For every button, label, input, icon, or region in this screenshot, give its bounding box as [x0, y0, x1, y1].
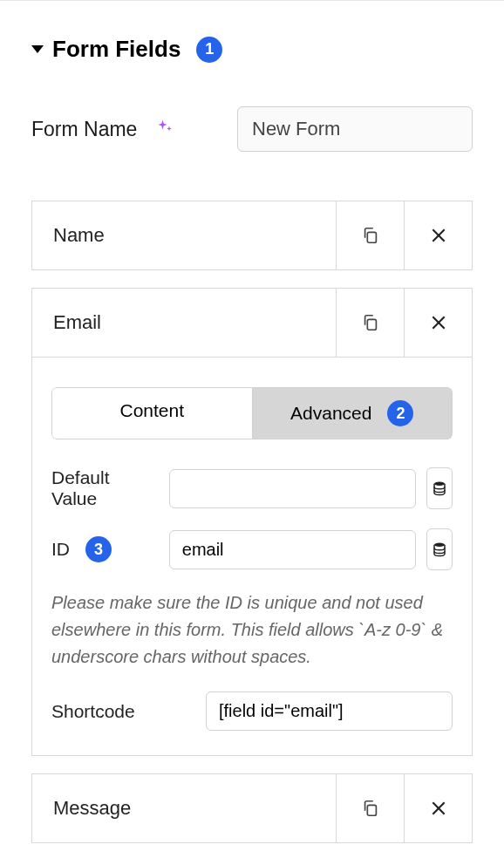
form-name-row: Form Name: [31, 106, 473, 152]
remove-button[interactable]: [404, 289, 472, 357]
field-expanded-body: Content Advanced 2 Default Value: [32, 357, 472, 755]
copy-button[interactable]: [336, 201, 404, 269]
tab-advanced[interactable]: Advanced 2: [253, 387, 453, 439]
close-icon: [430, 227, 447, 244]
id-label: ID 3: [51, 536, 159, 562]
svg-rect-3: [367, 319, 376, 330]
dynamic-tags-button[interactable]: [426, 528, 453, 570]
svg-rect-0: [367, 232, 376, 242]
field-label[interactable]: Message: [32, 774, 336, 842]
database-icon: [432, 480, 447, 496]
default-value-input[interactable]: [169, 469, 416, 508]
top-divider: [0, 0, 504, 1]
field-label[interactable]: Name: [32, 201, 336, 269]
copy-icon: [361, 313, 380, 332]
copy-button[interactable]: [336, 289, 404, 357]
copy-icon: [361, 226, 380, 245]
form-name-input[interactable]: [237, 106, 473, 152]
id-row: ID 3: [51, 528, 453, 570]
remove-button[interactable]: [404, 201, 472, 269]
svg-point-6: [434, 482, 445, 487]
id-label-text: ID: [51, 539, 70, 560]
dynamic-tags-button[interactable]: [426, 467, 453, 509]
id-input[interactable]: [169, 530, 416, 569]
database-icon: [432, 541, 447, 557]
svg-point-7: [434, 543, 445, 548]
annotation-badge-2: 2: [387, 400, 413, 426]
default-value-row: Default Value: [51, 467, 453, 509]
caret-down-icon: [31, 45, 44, 53]
tabs: Content Advanced 2: [51, 387, 453, 439]
id-hint-text: Please make sure the ID is unique and no…: [51, 589, 453, 671]
form-name-label: Form Name: [31, 118, 137, 141]
field-item-message: Message: [31, 773, 473, 843]
field-item-email: Email Content Advanced 2: [31, 288, 473, 756]
sparkle-icon[interactable]: [156, 119, 174, 140]
shortcode-input[interactable]: [206, 691, 453, 731]
close-icon: [430, 314, 447, 331]
field-item-name: Name: [31, 201, 473, 270]
default-value-label: Default Value: [51, 467, 159, 509]
annotation-badge-3: 3: [85, 536, 112, 562]
annotation-badge-1: 1: [196, 37, 222, 63]
section-title: Form Fields: [52, 36, 180, 63]
copy-button[interactable]: [336, 774, 404, 842]
svg-rect-8: [367, 805, 376, 815]
field-label[interactable]: Email: [32, 289, 336, 357]
close-icon: [430, 800, 447, 817]
tab-advanced-label: Advanced: [290, 403, 371, 424]
shortcode-row: Shortcode: [51, 691, 453, 731]
section-header[interactable]: Form Fields 1: [31, 36, 473, 63]
remove-button[interactable]: [404, 774, 472, 842]
copy-icon: [361, 799, 380, 818]
shortcode-label: Shortcode: [51, 701, 195, 722]
tab-content[interactable]: Content: [51, 387, 253, 439]
